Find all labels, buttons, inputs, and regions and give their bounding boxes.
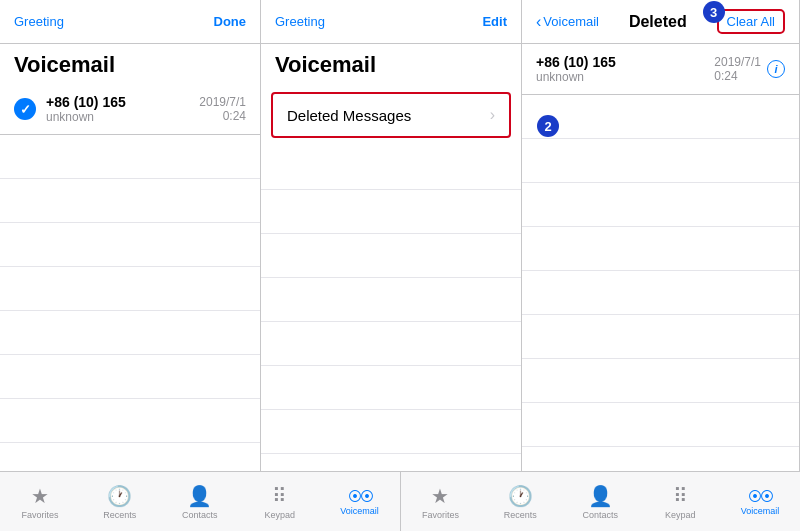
tab-recents-label-left: Recents <box>103 510 136 520</box>
deleted-item-meta: 2019/7/1 0:24 i <box>714 55 785 83</box>
tab-contacts-right[interactable]: 👤 Contacts <box>560 472 640 531</box>
panel-voicemail-secondary: Greeting Edit Voicemail Deleted Messages… <box>261 0 522 471</box>
caller-name: unknown <box>46 110 199 124</box>
tab-voicemail-label-right: Voicemail <box>741 506 780 516</box>
clear-all-button[interactable]: Clear All <box>717 9 785 34</box>
panel3-section-title: Deleted <box>629 13 687 31</box>
panel2-header: Greeting Edit <box>261 0 521 44</box>
panel-voicemail-main: Greeting Done Voicemail +86 (10) 165 unk… <box>0 0 261 471</box>
tab-favorites-label-left: Favorites <box>21 510 58 520</box>
back-label: Voicemail <box>543 14 599 29</box>
deleted-caller-name: unknown <box>536 70 714 84</box>
tab-favorites-right[interactable]: ★ Favorites <box>401 472 481 531</box>
tab-contacts-label-left: Contacts <box>182 510 218 520</box>
star-icon-right: ★ <box>431 484 449 508</box>
panel-deleted: ‹ Voicemail Deleted 3 Clear All +86 (10)… <box>522 0 800 471</box>
keypad-icon-right: ⠿ <box>673 484 688 508</box>
voicemail-duration: 0:24 <box>199 109 246 123</box>
deleted-date: 2019/7/1 0:24 <box>714 55 761 83</box>
voicemail-icon-right: ⦿⦿ <box>748 488 772 504</box>
tab-voicemail-left[interactable]: ⦿⦿ Voicemail <box>320 472 400 531</box>
tab-voicemail-label-left: Voicemail <box>340 506 379 516</box>
tab-keypad-label-right: Keypad <box>665 510 696 520</box>
tab-section-left: ★ Favorites 🕐 Recents 👤 Contacts ⠿ Keypa… <box>0 472 401 531</box>
recents-icon-left: 🕐 <box>107 484 132 508</box>
deleted-voicemail-item[interactable]: +86 (10) 165 unknown 2019/7/1 0:24 i <box>522 44 799 95</box>
tab-recents-left[interactable]: 🕐 Recents <box>80 472 160 531</box>
tab-section-right: ★ Favorites 🕐 Recents 👤 Contacts ⠿ Keypa… <box>401 472 801 531</box>
panel3-empty-area <box>522 95 799 471</box>
panel1-header: Greeting Done <box>0 0 260 44</box>
keypad-icon-left: ⠿ <box>272 484 287 508</box>
back-chevron-icon: ‹ <box>536 13 541 31</box>
panel2-greeting-link[interactable]: Greeting <box>275 14 325 29</box>
done-button[interactable]: Done <box>214 14 247 29</box>
tab-keypad-left[interactable]: ⠿ Keypad <box>240 472 320 531</box>
voicemail-meta: 2019/7/1 0:24 <box>199 95 246 123</box>
panel1-title: Voicemail <box>0 44 260 84</box>
panel2-title: Voicemail <box>261 44 521 84</box>
deleted-caller-number: +86 (10) 165 <box>536 54 714 70</box>
info-icon[interactable]: i <box>767 60 785 78</box>
tab-favorites-left[interactable]: ★ Favorites <box>0 472 80 531</box>
tab-keypad-label-left: Keypad <box>264 510 295 520</box>
recents-icon-right: 🕐 <box>508 484 533 508</box>
panel2-empty-area <box>261 146 521 471</box>
chevron-right-icon: › <box>490 106 495 124</box>
voicemail-list-item[interactable]: +86 (10) 165 unknown 2019/7/1 0:24 <box>0 84 260 135</box>
tab-contacts-left[interactable]: 👤 Contacts <box>160 472 240 531</box>
step-badge-3: 3 <box>703 1 725 23</box>
tab-favorites-label-right: Favorites <box>422 510 459 520</box>
greeting-link[interactable]: Greeting <box>14 14 64 29</box>
contacts-icon-right: 👤 <box>588 484 613 508</box>
selected-indicator <box>14 98 36 120</box>
deleted-messages-row[interactable]: Deleted Messages › <box>271 92 511 138</box>
contacts-icon-left: 👤 <box>187 484 212 508</box>
tab-contacts-label-right: Contacts <box>583 510 619 520</box>
tab-recents-right[interactable]: 🕐 Recents <box>480 472 560 531</box>
back-to-voicemail[interactable]: ‹ Voicemail <box>536 13 599 31</box>
panel1-empty-area <box>0 135 260 471</box>
tab-recents-label-right: Recents <box>504 510 537 520</box>
voicemail-date: 2019/7/1 <box>199 95 246 109</box>
tab-bar: ★ Favorites 🕐 Recents 👤 Contacts ⠿ Keypa… <box>0 471 800 531</box>
voicemail-info: +86 (10) 165 unknown <box>46 94 199 124</box>
tab-voicemail-right[interactable]: ⦿⦿ Voicemail <box>720 472 800 531</box>
tab-keypad-right[interactable]: ⠿ Keypad <box>640 472 720 531</box>
caller-number: +86 (10) 165 <box>46 94 199 110</box>
deleted-messages-label: Deleted Messages <box>287 107 411 124</box>
deleted-item-info: +86 (10) 165 unknown <box>536 54 714 84</box>
panel3-header: ‹ Voicemail Deleted 3 Clear All <box>522 0 799 44</box>
step-badge-2: 2 <box>537 115 559 137</box>
star-icon-left: ★ <box>31 484 49 508</box>
voicemail-icon-left: ⦿⦿ <box>348 488 372 504</box>
edit-button[interactable]: Edit <box>482 14 507 29</box>
